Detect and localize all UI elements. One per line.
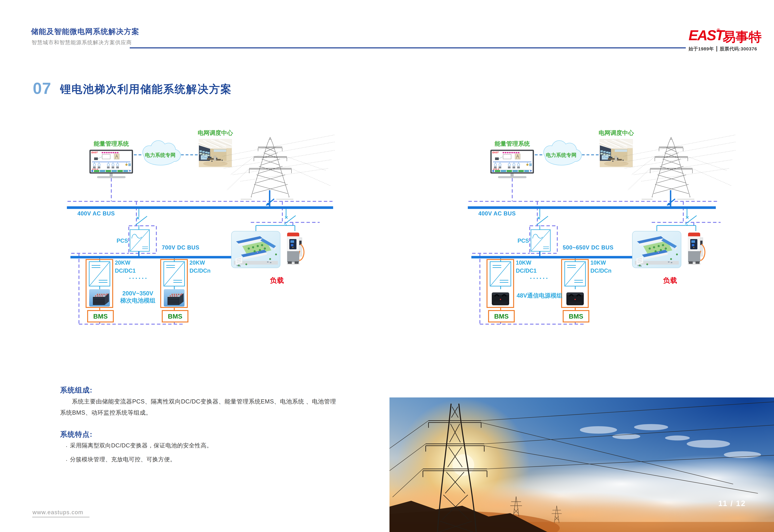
east-logo-chinese: 易事特 xyxy=(723,28,762,46)
ellipsis-dots: ······ xyxy=(525,275,553,282)
page-header-title: 储能及智能微电网系统解决方案 xyxy=(31,27,139,36)
power-network-label: 电力系统专网 xyxy=(542,152,580,158)
transmission-tower-sketch xyxy=(624,135,735,199)
ems-label: 能量管理系统 xyxy=(484,140,540,147)
ems-label: 能量管理系统 xyxy=(83,140,139,147)
bms-label-1: BMS xyxy=(88,313,113,320)
page-number: 11 / 12 xyxy=(718,499,746,508)
ac-bus-bar xyxy=(67,206,333,209)
load-label: 负载 xyxy=(262,277,293,284)
battery-pack-image xyxy=(164,289,184,307)
dcdc-branch-n xyxy=(561,258,589,322)
pcs-label: PCS xyxy=(515,238,529,244)
ev-charger-image xyxy=(287,233,304,265)
ac-bus-bar xyxy=(468,206,716,209)
dcdc1-power-label: 10KW xyxy=(516,260,531,266)
dc-bus-bar xyxy=(471,256,643,258)
control-room-photo xyxy=(198,139,232,167)
ellipsis-dots: ······ xyxy=(125,275,152,282)
bms-label-n: BMS xyxy=(563,313,589,320)
section-number: 07 xyxy=(33,79,51,98)
dcdc-branch-n xyxy=(161,258,188,322)
dcdc1-power-label: 20KW xyxy=(115,260,130,266)
system-diagram-left: 能量管理系统 EAST 电力系统专网 电网调度中心 400V AC BUS PC… xyxy=(63,124,335,328)
dcdcn-power-label: 20KW xyxy=(189,260,205,266)
pcs-label: PCS xyxy=(114,238,128,244)
features-title: 系统特点: xyxy=(60,430,92,439)
dcdc1-name-label: DC/DC1 xyxy=(516,268,536,274)
control-room-photo xyxy=(599,139,633,167)
monitor-icon xyxy=(490,150,534,178)
brochure-page: 储能及智能微电网系统解决方案 智慧城市和智慧能源系统解决方案供应商 EAST ®… xyxy=(0,0,774,532)
dcdc-converter-icon xyxy=(89,262,110,286)
load-branch xyxy=(657,209,697,231)
registered-mark-icon: ® xyxy=(717,28,720,33)
bms-label-1: BMS xyxy=(488,313,514,320)
dcdc-converter-icon xyxy=(565,262,586,286)
building-image xyxy=(232,231,280,268)
bms-label-n: BMS xyxy=(162,313,188,320)
pcs-branch xyxy=(130,209,149,256)
grid-feed-breaker xyxy=(266,190,274,207)
power-network-label: 电力系统专网 xyxy=(141,152,179,158)
dcdcn-name-label: DC/DCn xyxy=(591,268,612,274)
bullet-icon: • xyxy=(63,445,70,448)
dcdc1-name-label: DC/DC1 xyxy=(115,268,135,274)
ems-screen-logo: EAST xyxy=(91,151,98,154)
feature-item-2: •分簇模块管理、充放电可控、可换方便。 xyxy=(63,456,176,463)
battery-label-line2: 梯次电池模组 xyxy=(112,297,163,304)
dcdc-branch-1 xyxy=(487,258,514,322)
dcdcn-name-label: DC/DCn xyxy=(189,268,211,274)
ems-screen-logo: EAST xyxy=(492,151,499,154)
diagram-line-art xyxy=(464,124,736,328)
diagram-line-art xyxy=(63,124,335,328)
dispatch-center-label: 电网调度中心 xyxy=(593,130,640,136)
comm-power-module-image xyxy=(492,293,509,306)
load-branch xyxy=(256,209,296,231)
ac-bus-label: 400V AC BUS xyxy=(478,210,516,217)
battery-label-line1: 48V通信电源模组 xyxy=(510,292,569,299)
bullet-icon: • xyxy=(63,459,70,462)
composition-body: 系统主要由储能变流器PCS、隔离性双向DC/DC变换器、能量管理系统EMS、电池… xyxy=(60,396,339,418)
feature-text-2: 分簇模块管理、充放电可控、可换方便。 xyxy=(70,456,176,463)
transmission-tower-sketch xyxy=(223,135,335,199)
dcdc-converter-icon xyxy=(490,262,511,286)
comm-power-module-image xyxy=(566,293,584,306)
ev-charger-image xyxy=(688,233,705,265)
pcs-branch xyxy=(531,209,550,256)
dcdc-converter-icon xyxy=(164,262,184,286)
ac-bus-label: 400V AC BUS xyxy=(77,210,115,217)
dc-bus-label: 500~650V DC BUS xyxy=(563,244,614,251)
composition-title: 系统组成: xyxy=(60,385,92,395)
logo-tagline: 始于1989年 ┃ 股票代码:300376 xyxy=(689,46,757,52)
page-header-subtitle: 智慧城市和智慧能源系统解决方案供应商 xyxy=(32,39,132,46)
dcdcn-power-label: 10KW xyxy=(591,260,606,266)
dispatch-center-label: 电网调度中心 xyxy=(192,130,239,136)
battery-label-line1: 200V~350V xyxy=(112,290,163,297)
monitor-icon xyxy=(89,150,133,178)
grid-feed-breaker xyxy=(667,190,675,207)
dc-bus-bar xyxy=(70,256,242,258)
battery-pack-image xyxy=(89,289,110,307)
sunset-tower-photo xyxy=(389,397,774,532)
dc-bus-label: 700V DC BUS xyxy=(162,244,200,251)
website-link[interactable]: www.eastups.com xyxy=(32,509,89,517)
section-title: 锂电池梯次利用储能系统解决方案 xyxy=(60,82,232,97)
load-label: 负载 xyxy=(655,277,686,284)
feature-text-1: 采用隔离型双向DC/DC变换器，保证电池的安全性高。 xyxy=(70,442,213,449)
header-divider xyxy=(130,47,686,48)
system-diagram-right: 能量管理系统 EAST 电力系统专网 电网调度中心 400V AC BUS PC… xyxy=(464,124,736,328)
feature-item-1: •采用隔离型双向DC/DC变换器，保证电池的安全性高。 xyxy=(63,442,213,449)
dcdc-branch-1 xyxy=(86,258,113,322)
building-image xyxy=(632,231,681,268)
